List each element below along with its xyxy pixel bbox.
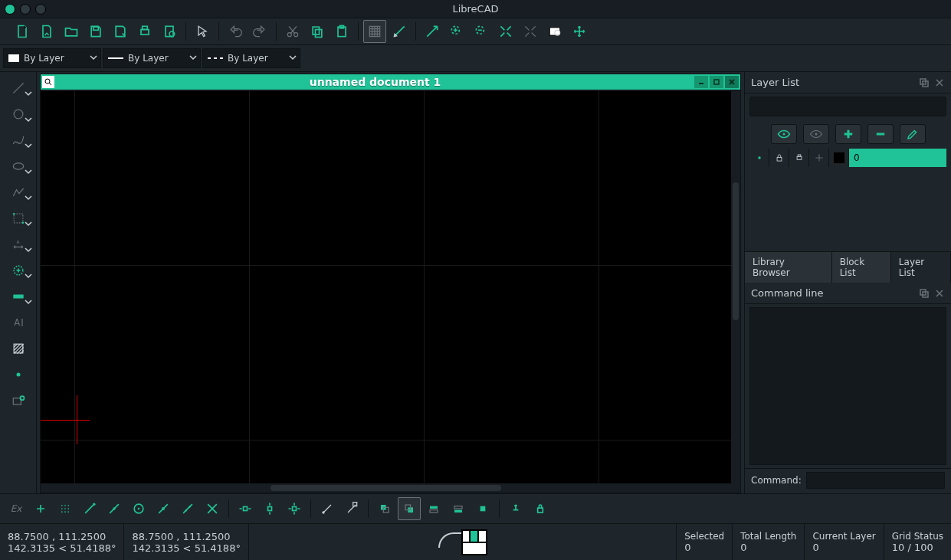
snap-free-button[interactable] <box>29 497 52 520</box>
cut-button[interactable] <box>281 20 304 43</box>
tool-curve[interactable] <box>3 127 34 153</box>
tool-ellipse[interactable] <box>3 153 34 179</box>
lower-button[interactable] <box>447 497 470 520</box>
restrict-orthogonal-button[interactable] <box>258 497 281 520</box>
tool-polyline[interactable] <box>3 179 34 205</box>
file-new-from-template-button[interactable] <box>35 20 58 43</box>
layer-show-all-button[interactable] <box>771 124 797 144</box>
copy-button[interactable] <box>306 20 329 43</box>
right-dock-tabs: Library Browser Block List Layer List <box>745 251 951 283</box>
layer-print-icon[interactable] <box>789 149 809 167</box>
tool-info[interactable] <box>3 283 34 309</box>
layer-edit-button[interactable] <box>900 124 926 144</box>
lock-relative-zero-button[interactable] <box>340 497 363 520</box>
panel-close-icon[interactable] <box>934 77 945 88</box>
svg-point-50 <box>113 507 115 509</box>
layer-color-swatch[interactable] <box>829 149 849 167</box>
zoom-pan-button[interactable] <box>568 20 591 43</box>
file-open-button[interactable] <box>60 20 83 43</box>
color-combo[interactable]: By Layer <box>3 48 101 68</box>
file-print-button[interactable] <box>133 20 156 43</box>
file-save-as-button[interactable] <box>109 20 132 43</box>
zoom-in-button[interactable] <box>445 20 468 43</box>
window-close-button[interactable] <box>5 4 15 15</box>
redo-button[interactable] <box>248 20 271 43</box>
file-new-button[interactable] <box>11 20 34 43</box>
panel-close-icon[interactable] <box>934 288 945 299</box>
layer-construction-icon[interactable] <box>809 149 829 167</box>
file-print-preview-button[interactable] <box>158 20 181 43</box>
tool-line[interactable] <box>3 75 34 101</box>
layer-row[interactable]: 0 <box>749 149 946 167</box>
layer-name[interactable]: 0 <box>849 149 946 167</box>
tool-mtext[interactable]: A <box>3 309 34 336</box>
snap-endpoint-button[interactable] <box>78 497 101 520</box>
doc-close-button[interactable] <box>725 76 739 88</box>
commandline-input[interactable] <box>806 472 945 489</box>
svg-point-42 <box>67 505 69 506</box>
linewidth-combo[interactable]: By Layer <box>103 48 201 68</box>
right-dock: Layer List 0 <box>744 72 951 493</box>
zoom-redraw-button[interactable] <box>421 20 444 43</box>
toggle-draft-button[interactable] <box>388 20 411 43</box>
set-relative-zero-button[interactable] <box>316 497 339 520</box>
layer-lock-icon[interactable] <box>769 149 789 167</box>
doc-minimize-button[interactable] <box>694 76 708 88</box>
tool-circle[interactable] <box>3 101 34 127</box>
zoom-auto-button[interactable] <box>494 20 517 43</box>
snap-middle-button[interactable] <box>152 497 175 520</box>
origin-axis-x <box>41 420 90 421</box>
unlock-direction-button[interactable] <box>504 497 527 520</box>
svg-point-48 <box>67 511 69 513</box>
canvas-scrollbar-horizontal[interactable] <box>41 483 731 493</box>
tool-dimension[interactable]: A <box>3 231 34 257</box>
tool-modify[interactable] <box>3 257 34 283</box>
layer-add-button[interactable] <box>835 124 861 144</box>
zoom-previous-button[interactable] <box>519 20 542 43</box>
panel-float-icon[interactable] <box>919 77 930 88</box>
move-to-bottom-button[interactable] <box>398 497 421 520</box>
canvas-scrollbar-vertical[interactable] <box>731 90 740 493</box>
tab-block-list[interactable]: Block List <box>832 252 891 283</box>
commandline-panel-header: Command line <box>745 283 951 304</box>
tab-library-browser[interactable]: Library Browser <box>745 252 832 283</box>
tool-hatch[interactable] <box>3 336 34 362</box>
select-pointer-button[interactable] <box>191 20 214 43</box>
layer-remove-button[interactable] <box>867 124 894 144</box>
restrict-nothing-button[interactable] <box>234 497 257 520</box>
zoom-out-button[interactable] <box>470 20 493 43</box>
layer-panel-header: Layer List <box>745 72 951 93</box>
drawing-canvas[interactable] <box>40 90 741 493</box>
svg-rect-70 <box>538 508 543 513</box>
tab-layer-list[interactable]: Layer List <box>891 252 951 283</box>
paste-button[interactable] <box>330 20 353 43</box>
window-maximize-button[interactable] <box>35 4 46 15</box>
raise-lower-middle-button[interactable] <box>471 497 494 520</box>
window-minimize-button[interactable] <box>20 4 31 15</box>
svg-point-41 <box>64 505 66 506</box>
move-to-top-button[interactable] <box>373 497 396 520</box>
panel-float-icon[interactable] <box>919 288 930 299</box>
snap-distance-button[interactable] <box>176 497 199 520</box>
layer-visibility-icon[interactable] <box>749 149 769 167</box>
layer-hide-all-button[interactable] <box>803 124 829 144</box>
layer-filter-input[interactable] <box>749 97 946 116</box>
tool-image-insert[interactable] <box>3 388 34 414</box>
snap-grid-button[interactable] <box>54 497 77 520</box>
undo-button[interactable] <box>224 20 247 43</box>
zoom-window-button[interactable] <box>543 20 566 43</box>
restrict-horizontal-button[interactable] <box>283 497 306 520</box>
toggle-grid-button[interactable] <box>363 20 386 43</box>
snap-on-entity-button[interactable] <box>103 497 126 520</box>
exclusive-snap-button[interactable]: Ex <box>5 503 28 514</box>
snap-center-button[interactable] <box>127 497 150 520</box>
doc-maximize-button[interactable] <box>710 76 723 88</box>
document-titlebar[interactable]: unnamed document 1 <box>40 74 741 90</box>
lock-direction-button[interactable] <box>529 497 552 520</box>
raise-button[interactable] <box>422 497 445 520</box>
tool-point[interactable] <box>3 362 34 388</box>
tool-select[interactable] <box>3 205 34 231</box>
snap-intersection-button[interactable] <box>201 497 224 520</box>
linetype-combo[interactable]: By Layer <box>202 48 300 68</box>
file-save-button[interactable] <box>84 20 107 43</box>
